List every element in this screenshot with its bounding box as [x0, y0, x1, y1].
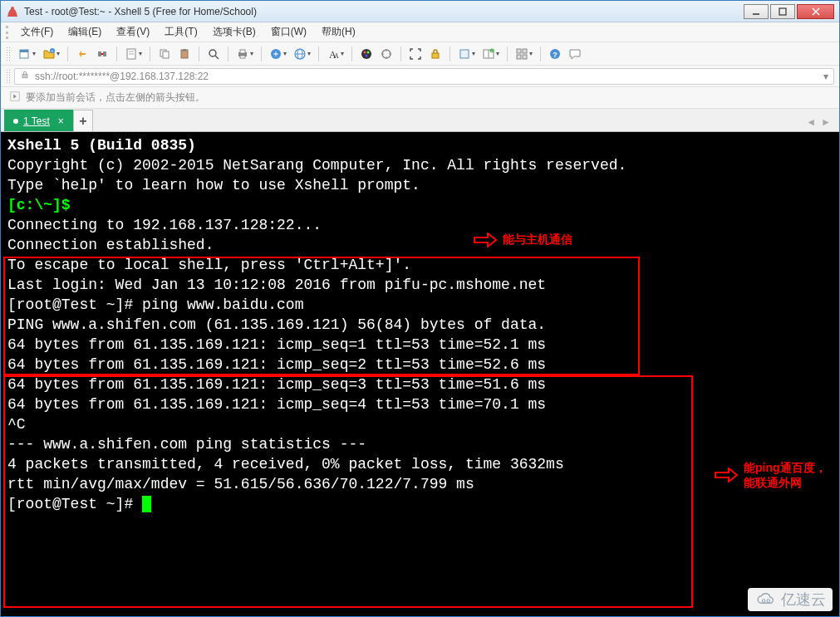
svg-text:?: ?	[553, 51, 558, 59]
term-line: 64 bytes from 61.135.169.121: icmp_seq=4…	[7, 394, 833, 414]
xftp-button[interactable]: ▾	[267, 45, 289, 63]
term-line: [root@Test ~]# ping www.baidu.com	[7, 295, 833, 315]
separator-icon	[449, 47, 450, 61]
svg-rect-16	[163, 51, 169, 58]
address-field[interactable]: ssh://root:********@192.168.137.128:22 ▾	[14, 68, 834, 85]
term-prompt: [c:\~]$	[7, 197, 71, 213]
watermark: 亿速云	[748, 588, 833, 611]
info-text: 要添加当前会话，点击左侧的箭头按钮。	[26, 91, 205, 105]
lock-icon	[20, 70, 30, 82]
maximize-button[interactable]	[770, 4, 795, 19]
tab-strip: 1 Test × + ◄ ►	[1, 109, 839, 132]
term-line: PING www.a.shifen.com (61.135.169.121) 5…	[7, 315, 833, 335]
svg-text:A: A	[334, 52, 339, 60]
close-button[interactable]	[797, 4, 834, 19]
menu-bar: 文件(F) 编辑(E) 查看(V) 工具(T) 选项卡(B) 窗口(W) 帮助(…	[1, 22, 839, 42]
minimize-button[interactable]	[744, 4, 769, 19]
tile-button[interactable]: ▾	[513, 45, 535, 63]
window-controls	[742, 4, 834, 19]
separator-icon	[540, 47, 541, 61]
print-button[interactable]: ▾	[233, 45, 256, 63]
reconnect-button[interactable]	[73, 45, 91, 63]
term-line: 64 bytes from 61.135.169.121: icmp_seq=1…	[7, 335, 833, 355]
properties-button[interactable]: ▾	[122, 45, 145, 63]
svg-rect-43	[517, 55, 521, 59]
app-window: Test - root@Test:~ - Xshell 5 (Free for …	[0, 0, 840, 617]
svg-rect-22	[240, 50, 245, 53]
svg-rect-47	[22, 74, 27, 78]
paste-button[interactable]	[175, 45, 194, 63]
tab-session-1[interactable]: 1 Test ×	[4, 110, 73, 131]
svg-rect-41	[517, 49, 521, 53]
globe-button[interactable]: ▾	[291, 45, 313, 63]
separator-icon	[150, 47, 150, 61]
svg-rect-36	[460, 50, 469, 58]
menu-view[interactable]: 查看(V)	[110, 23, 156, 41]
fullscreen-button[interactable]	[406, 45, 425, 63]
highlight-button[interactable]	[377, 45, 395, 63]
menu-file[interactable]: 文件(F)	[14, 23, 60, 41]
term-line: 64 bytes from 61.135.169.121: icmp_seq=2…	[7, 355, 833, 375]
menu-grip-icon	[6, 26, 12, 39]
svg-point-50	[767, 600, 770, 603]
address-text: ssh://root:********@192.168.137.128:22	[35, 71, 209, 82]
separator-icon	[199, 47, 199, 61]
font-button[interactable]: AA▾	[324, 45, 346, 63]
term-line: To escape to local shell, press 'Ctrl+Al…	[7, 255, 833, 275]
cursor-icon	[142, 496, 151, 512]
help-button[interactable]: ?	[546, 45, 564, 63]
plus-icon: +	[79, 114, 86, 129]
annotation-1: 能与主机通信	[473, 233, 572, 247]
svg-text:+: +	[52, 48, 54, 53]
separator-icon	[261, 47, 262, 61]
separator-icon	[507, 47, 508, 61]
transparent-button[interactable]: ▾	[455, 45, 478, 63]
separator-icon	[228, 47, 228, 61]
menu-tab[interactable]: 选项卡(B)	[206, 23, 263, 41]
menu-edit[interactable]: 编辑(E)	[61, 23, 108, 41]
svg-point-30	[361, 49, 371, 59]
svg-point-32	[367, 51, 370, 53]
separator-icon	[116, 47, 117, 61]
term-line: Connection established.	[7, 235, 833, 255]
svg-rect-6	[20, 50, 28, 52]
dropdown-icon[interactable]: ▾	[823, 71, 828, 82]
term-line: Connecting to 192.168.137.128:22...	[7, 215, 833, 235]
tab-prev-icon[interactable]: ◄	[806, 116, 816, 128]
address-bar: ssh://root:********@192.168.137.128:22 ▾	[1, 66, 839, 87]
menu-window[interactable]: 窗口(W)	[264, 23, 313, 41]
menu-tools[interactable]: 工具(T)	[158, 23, 204, 41]
address-grip-icon	[6, 69, 11, 84]
app-icon	[6, 5, 19, 18]
find-button[interactable]	[204, 45, 223, 63]
title-bar: Test - root@Test:~ - Xshell 5 (Free for …	[1, 1, 839, 22]
watermark-text: 亿速云	[781, 590, 826, 610]
open-button[interactable]: +▾	[40, 45, 62, 63]
annotation-2-line2: 能联通外网	[744, 475, 827, 490]
svg-rect-2	[779, 8, 786, 15]
term-line: 64 bytes from 61.135.169.121: icmp_seq=3…	[7, 375, 833, 394]
menu-help[interactable]: 帮助(H)	[315, 23, 362, 41]
arrow-right-icon[interactable]	[9, 91, 21, 105]
tab-next-icon[interactable]: ►	[821, 116, 831, 128]
disconnect-button[interactable]	[93, 45, 111, 63]
term-line: 4 packets transmitted, 4 received, 0% pa…	[7, 454, 833, 474]
color-scheme-button[interactable]	[357, 45, 376, 63]
layout-button[interactable]: +▾	[479, 45, 502, 63]
lock-button[interactable]	[426, 45, 445, 63]
separator-icon	[351, 47, 352, 61]
new-session-button[interactable]: ▾	[16, 45, 38, 63]
svg-point-49	[762, 600, 765, 603]
term-line: ^C	[7, 414, 833, 434]
annotation-2-line1: 能ping通百度，	[744, 460, 827, 475]
main-toolbar: ▾ +▾ ▾ ▾ ▾ ▾ AA▾ ▾ +▾ ▾ ?	[1, 42, 839, 66]
tab-close-icon[interactable]: ×	[58, 115, 64, 127]
svg-rect-42	[523, 49, 527, 53]
terminal-pane[interactable]: Xshell 5 (Build 0835) Copyright (c) 2002…	[1, 132, 839, 616]
arrow-right-icon	[473, 233, 498, 247]
tab-add-button[interactable]: +	[73, 110, 93, 131]
copy-button[interactable]	[155, 45, 174, 63]
info-bar: 要添加当前会话，点击左侧的箭头按钮。	[1, 87, 839, 109]
chat-button[interactable]	[566, 45, 584, 63]
svg-rect-44	[523, 55, 527, 59]
